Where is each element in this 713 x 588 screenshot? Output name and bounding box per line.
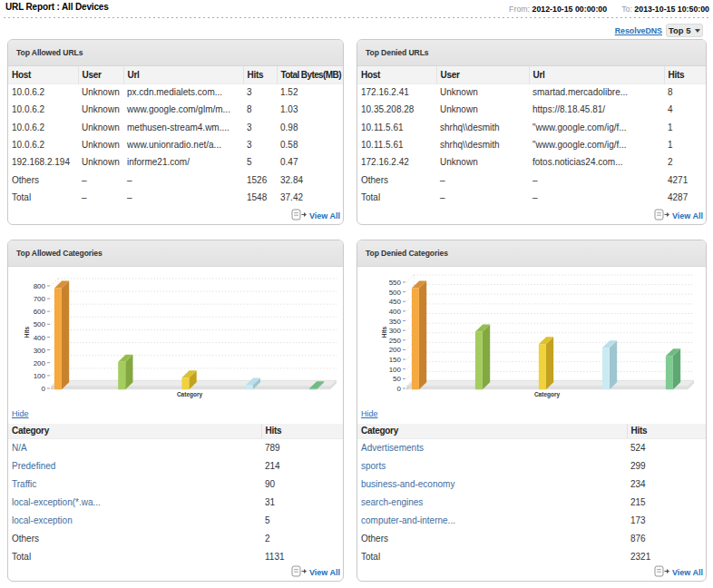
svg-text:50: 50 [393, 375, 401, 383]
svg-text:300: 300 [389, 327, 402, 335]
svg-text:550: 550 [389, 279, 402, 287]
svg-text:250: 250 [389, 337, 402, 345]
svg-text:450: 450 [389, 298, 402, 306]
svg-text:Category: Category [534, 391, 561, 398]
svg-text:600: 600 [34, 308, 46, 316]
svg-text:700: 700 [34, 295, 46, 303]
svg-text:100: 100 [34, 372, 46, 380]
svg-text:300: 300 [34, 347, 46, 355]
svg-text:200: 200 [34, 359, 46, 368]
svg-text:500: 500 [34, 320, 46, 328]
svg-text:0: 0 [42, 385, 46, 393]
svg-text:800: 800 [34, 282, 46, 290]
svg-text:150: 150 [389, 356, 402, 364]
svg-text:500: 500 [389, 289, 402, 297]
svg-text:200: 200 [389, 346, 402, 354]
svg-text:400: 400 [389, 308, 402, 316]
svg-text:100: 100 [389, 366, 402, 374]
svg-text:350: 350 [389, 318, 402, 326]
svg-text:0: 0 [397, 385, 402, 393]
svg-text:Hits: Hits [24, 326, 30, 338]
svg-text:400: 400 [34, 334, 46, 342]
svg-text:Category: Category [177, 391, 203, 398]
svg-text:Hits: Hits [381, 326, 387, 338]
